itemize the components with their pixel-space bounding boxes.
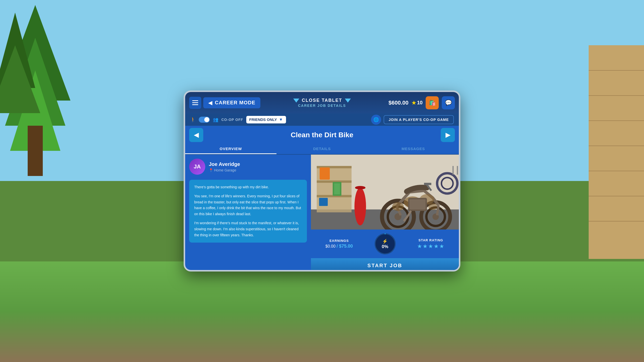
friends-dropdown[interactable]: FRIENDS ONLY ▼ xyxy=(246,116,286,123)
star-3: ★ xyxy=(428,243,433,250)
star-4: ★ xyxy=(434,243,439,250)
back-arrow-icon: ◀ xyxy=(208,100,212,106)
globe-button[interactable]: 🌐 xyxy=(371,115,381,125)
globe-icon: 🌐 xyxy=(373,117,379,122)
svg-rect-21 xyxy=(320,167,330,179)
coop-person-icons: 🚶 xyxy=(190,117,196,122)
location-text: Home Garage xyxy=(214,168,236,172)
career-job-details-text: CAREER JOB DETAILS xyxy=(298,104,346,108)
shop-button[interactable]: 🛍️ xyxy=(426,96,439,109)
fence-right xyxy=(589,45,644,259)
svg-rect-24 xyxy=(319,198,328,206)
hamburger-line-3 xyxy=(192,104,198,105)
client-location: 📍 Home Garage xyxy=(209,168,240,172)
friends-option-text: FRIENDS ONLY xyxy=(249,117,277,122)
description-p1: There's gotta be something up with my di… xyxy=(194,184,302,190)
svg-rect-23 xyxy=(334,183,340,194)
prev-job-button[interactable]: ◀ xyxy=(189,128,203,142)
svg-rect-40 xyxy=(410,199,425,209)
star-1: ★ xyxy=(417,243,422,250)
progress-circle: ⚡ 0% xyxy=(374,233,396,255)
location-pin-icon: 📍 xyxy=(209,168,213,172)
svg-point-26 xyxy=(355,186,366,190)
header-right: $600.00 ★ 10 🛍️ 💬 xyxy=(388,96,455,109)
triangle-left-icon xyxy=(293,99,299,103)
svg-rect-3 xyxy=(28,126,43,176)
career-mode-label: CAREER MODE xyxy=(215,100,255,106)
star-rating-label: STAR RATING xyxy=(419,238,443,242)
progress-inner: ⚡ 0% xyxy=(382,239,388,249)
star-icon: ★ xyxy=(412,100,416,106)
earnings-current: $0.00 xyxy=(325,244,335,248)
person-icon-1: 🚶 xyxy=(190,117,196,122)
earnings-section: EARNINGS $0.00 / $75.00 xyxy=(325,239,353,249)
bolt-icon: ⚡ xyxy=(382,239,388,244)
earnings-max: $75.00 xyxy=(339,244,353,249)
svg-rect-7 xyxy=(589,45,644,259)
client-info: JA Joe Averidge 📍 Home Garage xyxy=(189,159,307,177)
tablet-header: ◀ CAREER MODE CLOSE TABLET CAREER JOB DE… xyxy=(185,92,459,113)
triangle-right-icon xyxy=(345,99,351,103)
tab-details[interactable]: DETAILS xyxy=(276,144,368,154)
hamburger-line-2 xyxy=(192,102,198,103)
svg-point-36 xyxy=(392,202,404,211)
tab-messages[interactable]: MESSAGES xyxy=(368,144,459,154)
career-mode-button[interactable]: ◀ CAREER MODE xyxy=(203,97,260,108)
hamburger-line-1 xyxy=(192,100,198,101)
main-content: ◀ Clean the Dirt Bike ▶ OVERVIEW DETAILS… xyxy=(185,126,459,272)
star-2: ★ xyxy=(423,243,428,250)
coop-right: 🌐 JOIN A PLAYER'S CO-OP GAME xyxy=(371,115,454,125)
earnings-values: $0.00 / $75.00 xyxy=(325,244,353,249)
tablet: ◀ CAREER MODE CLOSE TABLET CAREER JOB DE… xyxy=(184,90,460,272)
right-panel: EARNINGS $0.00 / $75.00 xyxy=(311,155,459,272)
client-name: Joe Averidge xyxy=(209,161,240,167)
coop-toggle[interactable] xyxy=(199,117,210,123)
join-game-button[interactable]: JOIN A PLAYER'S CO-OP GAME xyxy=(384,115,454,124)
right-arrow-icon: ▶ xyxy=(446,131,450,139)
trees-left xyxy=(0,0,70,362)
stars-row: ★ ★ ★ ★ ★ xyxy=(417,243,444,250)
chat-icon: 💬 xyxy=(445,100,452,106)
garage-background xyxy=(311,155,459,230)
job-description: There's gotta be something up with my di… xyxy=(189,180,307,243)
dropdown-arrow-icon: ▼ xyxy=(279,117,283,122)
coop-status-text: CO-OP OFF xyxy=(221,118,243,122)
coop-bar: 🚶 👥 CO-OP OFF FRIENDS ONLY ▼ 🌐 JOIN A PL… xyxy=(185,113,459,126)
left-arrow-icon: ◀ xyxy=(194,131,198,139)
star-rating-section: STAR RATING ★ ★ ★ ★ ★ xyxy=(417,238,444,250)
client-details: Joe Averidge 📍 Home Garage xyxy=(209,161,240,172)
hamburger-button[interactable] xyxy=(189,97,201,109)
shop-icon: 🛍️ xyxy=(429,100,436,106)
header-center: CLOSE TABLET CAREER JOB DETAILS xyxy=(293,98,351,108)
next-job-button[interactable]: ▶ xyxy=(441,128,455,142)
left-panel: JA Joe Averidge 📍 Home Garage There's go… xyxy=(185,155,311,272)
coop-left: 🚶 👥 CO-OP OFF FRIENDS ONLY ▼ xyxy=(190,116,286,123)
coop-person-icons-2: 👥 xyxy=(213,117,218,122)
star-display: ★ 10 xyxy=(412,100,423,106)
description-p2: You see, I'm one of life's winners. Ever… xyxy=(194,193,302,217)
ground xyxy=(0,261,644,362)
description-p3: I'm wondering if there's mud stuck to th… xyxy=(194,220,302,238)
content-row: JA Joe Averidge 📍 Home Garage There's go… xyxy=(185,155,459,272)
tabs-row: OVERVIEW DETAILS MESSAGES xyxy=(185,144,459,155)
toggle-knob xyxy=(204,117,209,122)
job-title-row: ◀ Clean the Dirt Bike ▶ xyxy=(185,126,459,144)
client-avatar: JA xyxy=(189,159,205,175)
close-tablet-container: CLOSE TABLET CAREER JOB DETAILS xyxy=(293,98,351,108)
start-job-button[interactable]: START JOB xyxy=(311,258,459,272)
chat-button[interactable]: 💬 xyxy=(442,96,455,109)
job-title: Clean the Dirt Bike xyxy=(203,131,441,139)
currency-display: $600.00 xyxy=(388,100,409,106)
svg-point-25 xyxy=(354,188,366,225)
earnings-label: EARNINGS xyxy=(330,239,349,243)
bike-image-area xyxy=(311,155,459,230)
earnings-separator: / xyxy=(337,244,338,249)
tab-overview[interactable]: OVERVIEW xyxy=(185,144,276,154)
close-tablet-text[interactable]: CLOSE TABLET xyxy=(302,98,342,103)
header-left: ◀ CAREER MODE xyxy=(189,97,260,109)
stats-bar: EARNINGS $0.00 / $75.00 xyxy=(311,230,459,258)
close-tablet-row: CLOSE TABLET xyxy=(293,98,351,103)
star-5: ★ xyxy=(439,243,444,250)
svg-point-38 xyxy=(428,203,437,210)
progress-percent: 0% xyxy=(382,244,388,249)
